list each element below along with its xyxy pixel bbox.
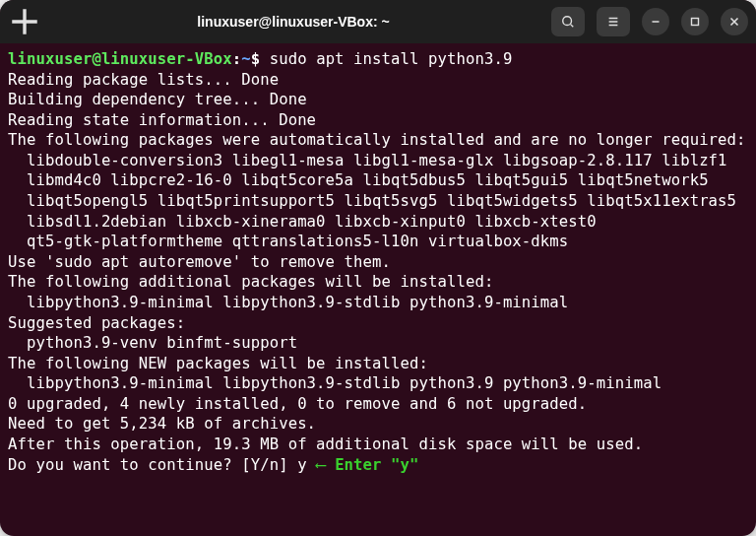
output-line: python3.9-venv binfmt-support [8, 334, 297, 352]
continue-prompt: Do you want to continue? [Y/n] [8, 456, 297, 474]
command-text: sudo apt install python3.9 [270, 50, 513, 68]
maximize-button[interactable] [681, 8, 709, 35]
titlebar: linuxuser@linuxuser-VBox: ~ [0, 0, 756, 43]
annotation-text: Enter "y" [326, 456, 419, 474]
menu-button[interactable] [597, 7, 630, 36]
output-line: The following NEW packages will be insta… [8, 355, 428, 372]
output-line: libmd4c0 libpcre2-16-0 libqt5core5a libq… [8, 171, 709, 189]
output-line: 0 upgraded, 4 newly installed, 0 to remo… [8, 395, 587, 413]
output-line: libpython3.9-minimal libpython3.9-stdlib… [8, 294, 568, 311]
output-line: Suggested packages: [8, 314, 185, 332]
output-line: libqt5opengl5 libqt5printsupport5 libqt5… [8, 192, 736, 210]
output-line: Use 'sudo apt autoremove' to remove them… [8, 253, 391, 271]
prompt-user-host: linuxuser@linuxuser-VBox [8, 50, 232, 68]
prompt-colon: : [232, 50, 242, 68]
output-line: libdouble-conversion3 libegl1-mesa libgl… [8, 152, 727, 169]
terminal-window: linuxuser@linuxuser-VBox: ~ linuxuser@li… [0, 0, 756, 536]
minimize-button[interactable] [642, 8, 669, 35]
output-line: Building dependency tree... Done [8, 91, 307, 108]
output-line: libsdl1.2debian libxcb-xinerama0 libxcb-… [8, 213, 597, 231]
window-title: linuxuser@linuxuser-VBox: ~ [47, 14, 539, 30]
new-tab-button[interactable] [8, 7, 41, 36]
terminal-body[interactable]: linuxuser@linuxuser-VBox:~$ sudo apt ins… [0, 43, 756, 536]
svg-rect-1 [692, 19, 699, 26]
output-line: The following additional packages will b… [8, 273, 493, 291]
output-line: Reading state information... Done [8, 111, 316, 129]
output-line: Need to get 5,234 kB of archives. [8, 415, 316, 433]
output-line: After this operation, 19.3 MB of additio… [8, 436, 643, 453]
output-line: Reading package lists... Done [8, 71, 279, 89]
user-input: y [297, 456, 307, 474]
svg-point-0 [563, 17, 572, 26]
prompt-path: ~ [241, 50, 251, 68]
prompt-dollar: $ [251, 50, 270, 68]
search-button[interactable] [551, 7, 585, 36]
output-line: qt5-gtk-platformtheme qttranslations5-l1… [8, 233, 568, 250]
close-button[interactable] [721, 8, 748, 35]
arrow-icon: ⟵ [316, 456, 326, 474]
output-line: The following packages were automaticall… [8, 131, 746, 149]
output-line: libpython3.9-minimal libpython3.9-stdlib… [8, 374, 662, 392]
